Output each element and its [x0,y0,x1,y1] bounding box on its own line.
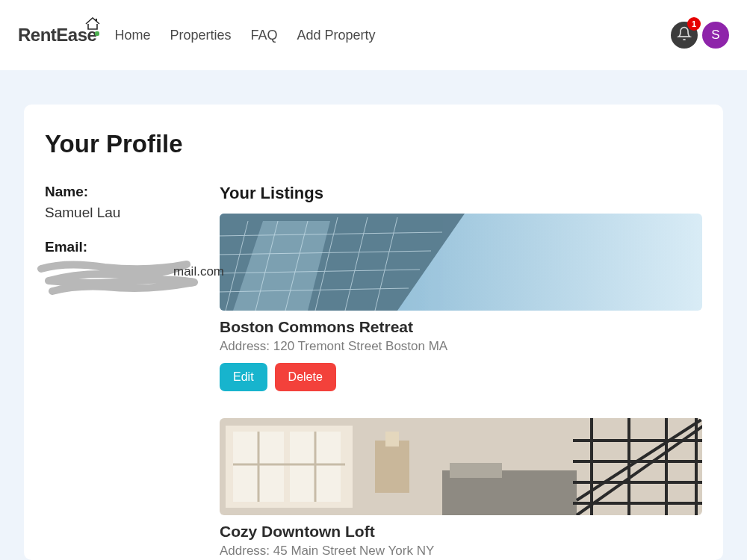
nav-add-property[interactable]: Add Property [297,28,375,43]
email-value-redacted: mail.com [45,260,202,290]
listing-image [220,214,702,311]
avatar[interactable]: S [702,22,729,49]
svg-rect-21 [375,441,409,493]
avatar-initial: S [711,28,719,43]
listing-title: Cozy Downtown Loft [220,523,702,541]
header-left: RentEase Home Properties FAQ Add Propert… [18,25,376,46]
logo-accent-dot [95,31,99,36]
listing-card: Boston Commons Retreat Address: 120 Trem… [220,214,702,391]
delete-button[interactable]: Delete [275,363,336,391]
profile-info: Name: Samuel Lau Email: mail.com [45,184,202,560]
listing-address: Address: 120 Tremont Street Boston MA [220,339,702,354]
logo[interactable]: RentEase [18,25,96,46]
listings-panel: Your Listings [220,184,702,560]
listing-title: Boston Commons Retreat [220,318,702,336]
nav-home[interactable]: Home [114,28,150,43]
nav-faq[interactable]: FAQ [250,28,277,43]
page-content: Your Profile Name: Samuel Lau Email: mai… [0,70,747,560]
listing-card: Cozy Downtown Loft Address: 45 Main Stre… [220,418,702,560]
listing-image [220,418,702,515]
notifications-button[interactable]: 1 [671,22,698,49]
nav-properties[interactable]: Properties [170,28,231,43]
main-nav: Home Properties FAQ Add Property [114,28,375,43]
name-label: Name: [45,184,202,200]
name-value: Samuel Lau [45,205,202,221]
profile-columns: Name: Samuel Lau Email: mail.com Your Li… [45,184,702,560]
header-right: 1 S [671,22,729,49]
listing-actions: Edit Delete [220,363,702,391]
svg-rect-0 [96,19,97,21]
email-tail: mail.com [173,264,224,279]
email-label: Email: [45,239,202,255]
profile-card: Your Profile Name: Samuel Lau Email: mai… [24,105,723,560]
svg-rect-24 [450,463,502,478]
listing-address: Address: 45 Main Street New York NY [220,544,702,559]
edit-button[interactable]: Edit [220,363,267,391]
header: RentEase Home Properties FAQ Add Propert… [0,0,747,70]
svg-rect-22 [385,432,399,447]
listings-heading: Your Listings [220,184,702,203]
page-title: Your Profile [45,130,702,158]
notifications-badge: 1 [687,17,701,31]
